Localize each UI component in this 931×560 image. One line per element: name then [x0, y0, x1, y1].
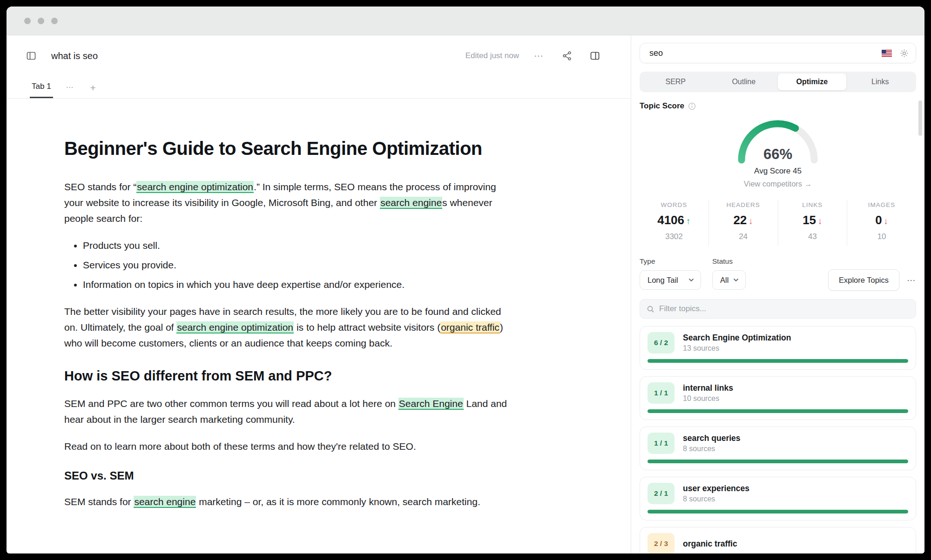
term-highlight-green: Search Engine [398, 398, 464, 410]
bullet-item: Services you provide. [83, 257, 511, 273]
text-run: How is SEO different from SEM and PPC? [64, 368, 332, 383]
topic-card[interactable]: 2 / 1user experiences8 sources [640, 477, 916, 520]
topic-usage-badge: 1 / 1 [648, 433, 675, 454]
editor-pane: what is seo Edited just now ⋯ [7, 35, 631, 553]
status-dropdown[interactable]: All [712, 270, 746, 290]
term-highlight-green: search engine [134, 496, 196, 508]
page-title: what is seo [51, 51, 98, 61]
info-icon[interactable] [688, 102, 696, 110]
type-label: Type [640, 257, 712, 266]
text-run: SEM stands for [64, 496, 134, 507]
text-run: Beginner's Guide to Search Engine Optimi… [64, 138, 482, 159]
document-heading: Beginner's Guide to Search Engine Optimi… [64, 137, 511, 160]
us-flag-icon[interactable] [882, 50, 892, 57]
window-titlebar [7, 7, 924, 35]
topic-progress-bar [648, 359, 908, 363]
status-label: Status [712, 257, 733, 266]
text-run: SEO stands for “ [64, 181, 136, 192]
tab-more-icon[interactable]: ⋯ [66, 83, 74, 92]
stat-value: 22↓ [709, 213, 778, 227]
topic-score-value: 66% [729, 146, 827, 163]
traffic-light-maximize[interactable] [51, 18, 58, 24]
topic-title: organic traffic [683, 539, 737, 549]
topic-title: internal links [683, 383, 733, 393]
bullet-item: Products you sell. [83, 238, 511, 253]
filter-topics-input[interactable] [659, 304, 909, 313]
text-run: Read on to learn more about both of thes… [64, 441, 416, 452]
text-run: SEO vs. SEM [64, 469, 134, 482]
topic-sources: 13 sources [683, 344, 791, 353]
document-scroll-area[interactable]: Beginner's Guide to Search Engine Optimi… [7, 99, 631, 553]
bullet-item: Information on topics in which you have … [83, 277, 511, 293]
stat-links: LINKS15↓43 [778, 200, 848, 246]
topic-score-gauge: 66% [729, 112, 827, 164]
trend-down-icon: ↓ [749, 216, 753, 226]
document-heading: SEO vs. SEM [64, 468, 511, 483]
topic-sources: 8 sources [683, 445, 741, 453]
topic-card[interactable]: 2 / 3organic traffic [640, 527, 916, 553]
main-area: what is seo Edited just now ⋯ [7, 35, 924, 553]
topic-progress-bar [648, 510, 908, 513]
topics-list: 6 / 2Search Engine Optimization13 source… [640, 326, 916, 553]
optimize-panel: SERPOutlineOptimizeLinks Topic Score [631, 35, 924, 553]
document-heading: How is SEO different from SEM and PPC? [64, 367, 511, 385]
keyword-input[interactable] [649, 48, 882, 58]
sidebar-toggle-icon[interactable] [23, 48, 39, 64]
view-competitors-link[interactable]: View competitors → [640, 180, 916, 188]
stat-label: IMAGES [847, 201, 916, 208]
explore-topics-button[interactable]: Explore Topics [828, 269, 899, 291]
arrow-right-icon: → [804, 180, 812, 188]
document-more-icon[interactable]: ⋯ [531, 47, 547, 64]
stat-label: LINKS [778, 201, 847, 208]
stat-target: 10 [847, 232, 916, 241]
topic-card[interactable]: 1 / 1search queries8 sources [640, 427, 916, 470]
term-highlight-green: search engine [380, 197, 442, 209]
text-run: SEM and PPC are two other common terms y… [64, 398, 398, 409]
topic-progress-bar [648, 409, 908, 413]
content-stats: WORDS4106↑3302HEADERS22↓24LINKS15↓43IMAG… [640, 200, 916, 246]
traffic-light-close[interactable] [24, 18, 31, 24]
text-run: is to help attract website visitors ( [294, 322, 440, 333]
stat-images: IMAGES0↓10 [847, 200, 916, 246]
term-highlight-green: search engine optimization [176, 321, 294, 333]
stat-value: 15↓ [778, 213, 847, 227]
tab-bar: Tab 1 ⋯ + [7, 76, 631, 99]
topic-usage-badge: 2 / 1 [648, 483, 675, 504]
topics-more-icon[interactable]: ⋯ [907, 275, 916, 286]
panel-tab-serp[interactable]: SERP [641, 73, 710, 90]
panel-tab-optimize[interactable]: Optimize [778, 73, 846, 90]
topic-progress-bar [648, 460, 908, 463]
app-window: what is seo Edited just now ⋯ [7, 7, 924, 553]
paragraph: The better visibility your pages have in… [64, 304, 511, 351]
topic-card[interactable]: 6 / 2Search Engine Optimization13 source… [640, 326, 916, 370]
panel-tab-outline[interactable]: Outline [710, 73, 778, 90]
trend-down-icon: ↓ [818, 216, 823, 226]
panel-scrollbar[interactable] [918, 100, 922, 136]
topic-title: search queries [683, 433, 741, 443]
panel-tab-links[interactable]: Links [846, 73, 915, 90]
topic-title: user experiences [683, 484, 749, 493]
tab-add-icon[interactable]: + [90, 82, 96, 93]
stat-target: 3302 [640, 232, 708, 241]
stat-words: WORDS4106↑3302 [640, 200, 709, 246]
tab-1[interactable]: Tab 1 [30, 82, 53, 98]
share-icon[interactable] [559, 48, 575, 64]
stat-label: WORDS [640, 201, 708, 208]
term-highlight-yellow: organic traffic [440, 321, 500, 333]
bullet-list: Products you sell.Services you provide.I… [64, 238, 511, 293]
type-dropdown[interactable]: Long Tail [640, 270, 701, 290]
edited-status: Edited just now [466, 51, 519, 60]
split-view-icon[interactable] [587, 48, 603, 64]
stat-value: 0↓ [847, 213, 916, 227]
topic-title: Search Engine Optimization [683, 333, 791, 343]
settings-gear-icon[interactable] [899, 48, 909, 58]
topic-usage-badge: 6 / 2 [648, 332, 675, 353]
topic-card[interactable]: 1 / 1internal links10 sources [640, 376, 916, 420]
traffic-light-minimize[interactable] [38, 18, 44, 24]
editor-header: what is seo Edited just now ⋯ [7, 35, 631, 76]
avg-score: Avg Score 45 [640, 167, 916, 176]
document-body: Beginner's Guide to Search Engine Optimi… [64, 137, 511, 510]
paragraph: SEM stands for search engine marketing –… [64, 494, 511, 510]
stat-value: 4106↑ [640, 213, 708, 227]
trend-up-icon: ↑ [686, 216, 691, 226]
